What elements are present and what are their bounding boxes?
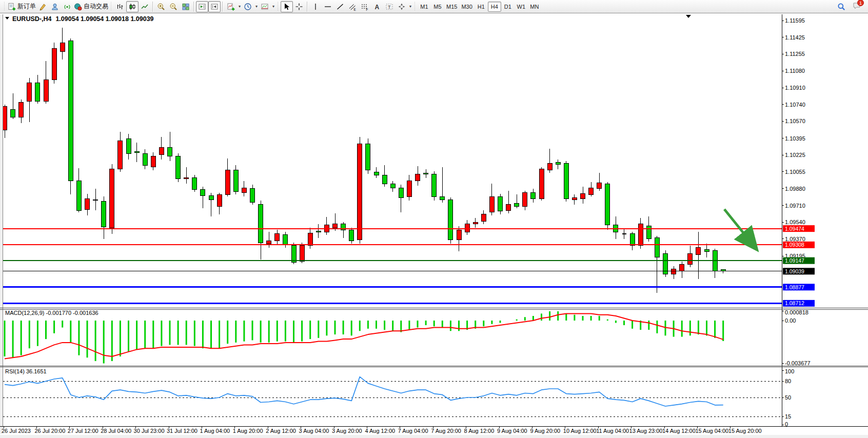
templates-button-dropdown-icon[interactable]: ▾ (271, 4, 275, 9)
arrows-button[interactable] (396, 1, 408, 12)
candles-icon (128, 3, 136, 11)
zoom-in-icon (157, 3, 165, 11)
timeframe-m1-button[interactable]: M1 (418, 2, 431, 12)
crosshair-button[interactable] (293, 1, 305, 12)
time-tick-label: 30 Jul 23:00 (134, 428, 165, 434)
price-tick-label: 1.10740 (785, 102, 805, 108)
time-tick-label: 2 Aug 12:00 (266, 428, 296, 434)
fibo-icon: F (361, 3, 369, 11)
auto-scroll-button[interactable] (196, 1, 208, 12)
periods-icon (244, 3, 252, 11)
crayon-icon (38, 3, 47, 11)
candlestick-chart-button[interactable] (126, 1, 139, 12)
trendline-button[interactable] (334, 1, 346, 12)
toolbar-separator (193, 2, 194, 12)
search-button[interactable] (835, 1, 847, 12)
toolbar-separator (307, 2, 308, 12)
macd-axis-label: -0.003677 (785, 360, 811, 366)
timeframe-d1-button[interactable]: D1 (501, 2, 515, 12)
search-icon (837, 3, 845, 11)
time-tick-label: 1 Aug 04:00 (200, 428, 230, 434)
time-tick-label: 15 Aug 04:00 (695, 428, 728, 434)
chart-shift-button[interactable] (208, 1, 221, 12)
price-tick-label: 1.10395 (785, 135, 805, 142)
templates-icon (261, 3, 269, 11)
line-chart-icon (141, 3, 149, 11)
new-order-button[interactable]: 新订单 (7, 1, 36, 12)
candle (358, 137, 362, 244)
signal-icon (63, 3, 71, 11)
svg-text:F: F (366, 7, 368, 11)
zoom-out-icon (169, 3, 177, 11)
toolbar-grip[interactable] (3, 2, 6, 11)
timeframe-m15-button[interactable]: M15 (444, 2, 459, 12)
periods-button-dropdown-icon[interactable]: ▾ (254, 4, 259, 9)
timeframe-m30-button[interactable]: M30 (459, 2, 474, 12)
zoom-in-button[interactable] (155, 1, 167, 12)
timeframe-mn-button[interactable]: MN (528, 2, 541, 12)
signals-button[interactable] (61, 1, 73, 12)
macd-label: MACD(12,26,9) -0.001770 -0.001636 (5, 310, 98, 316)
fibonacci-button[interactable]: F (359, 1, 371, 12)
timeframe-w1-button[interactable]: W1 (515, 2, 528, 12)
time-tick-label: 1 Aug 20:00 (233, 428, 263, 434)
rsi-axis-label: 100 (785, 368, 794, 374)
toolbar-grip[interactable] (413, 2, 416, 11)
time-tick-label: 3 Aug 20:00 (332, 428, 362, 434)
cursor-button[interactable] (281, 1, 293, 12)
price-tick-label: 1.11255 (785, 51, 805, 57)
price-tick-label: 1.09370 (785, 236, 805, 242)
price-tick-label: 1.10055 (785, 169, 805, 175)
price-tick-label: 1.09540 (785, 219, 805, 225)
toolbar-grip[interactable] (110, 2, 112, 11)
price-tick-label: 1.11595 (785, 17, 805, 24)
svg-text:T: T (388, 4, 390, 9)
arrows-button-dropdown-icon[interactable]: ▾ (408, 4, 412, 9)
time-tick-label: 11 Aug 04:00 (596, 428, 629, 434)
price-tick-label: 1.10225 (785, 152, 805, 158)
vline-icon (311, 3, 320, 11)
candle (498, 194, 503, 214)
vertical-line-button[interactable] (309, 1, 322, 12)
candle (663, 250, 668, 277)
indicators-button-dropdown-icon[interactable]: ▾ (238, 4, 242, 9)
price-tick-label: 1.09710 (785, 203, 805, 209)
svg-text:E: E (354, 7, 357, 11)
rsi-axis-label: 50 (785, 394, 791, 401)
templates-button[interactable] (259, 1, 271, 12)
price-line-label: 1.09308 (785, 242, 804, 248)
timeframe-m5-button[interactable]: M5 (431, 2, 444, 12)
autotrade-button-label: 自动交易 (84, 2, 108, 11)
candle (176, 153, 181, 182)
time-tick-label: 10 Aug 12:00 (563, 428, 597, 434)
text-label-button[interactable]: T (383, 1, 396, 12)
toolbar-separator (222, 2, 223, 12)
profile-button[interactable] (49, 1, 61, 12)
indicators-button[interactable] (225, 1, 237, 12)
svg-text:A: A (375, 3, 380, 10)
new-order-icon (8, 3, 16, 11)
periods-button[interactable] (242, 1, 254, 12)
indicators-icon (227, 3, 235, 11)
text-button[interactable]: A (371, 1, 383, 12)
autotrade-button[interactable]: 自动交易 (73, 1, 109, 12)
time-tick-label: 8 Aug 12:00 (464, 428, 495, 434)
macd-axis-label: 0.000818 (785, 309, 808, 315)
horizontal-line-button[interactable] (322, 1, 334, 12)
rsi-axis-label: 80 (785, 378, 791, 384)
price-tick-label: 1.10910 (785, 85, 805, 91)
tile-windows-button[interactable] (180, 1, 192, 12)
bar-chart-button[interactable] (114, 1, 126, 12)
timeframe-h4-button[interactable]: H4 (488, 2, 501, 12)
toolbar-grip[interactable] (277, 2, 279, 11)
timeframe-h1-button[interactable]: H1 (475, 2, 488, 12)
left-margin (0, 14, 3, 434)
zoom-out-button[interactable] (167, 1, 180, 12)
channel-button[interactable]: E (346, 1, 359, 12)
notifications-button[interactable]: 1 (853, 2, 861, 12)
line-chart-button[interactable] (139, 1, 151, 12)
toolbar-separator (152, 2, 153, 12)
styler-button[interactable] (36, 1, 49, 12)
rsi-label: RSI(14) 36.1651 (5, 368, 47, 374)
text-a-icon: A (373, 3, 381, 11)
